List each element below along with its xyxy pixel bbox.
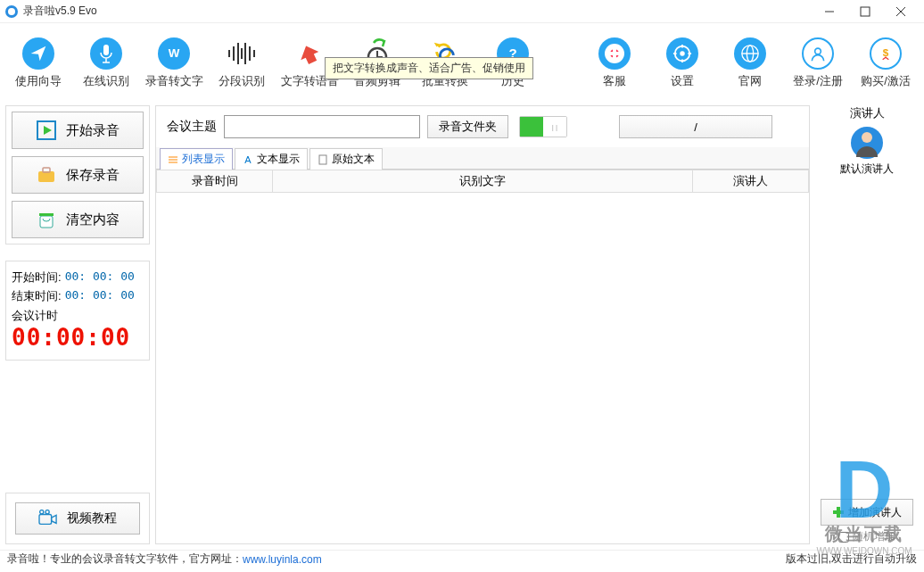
tab-label: 文本显示 [257,152,300,167]
toolbar-settings[interactable]: 设置 [653,37,712,89]
tab-text-view[interactable]: A 文本显示 [235,148,308,170]
tab-label: 列表显示 [182,152,225,167]
toolbar-website[interactable]: 官网 [721,37,780,89]
topic-label: 会议主题 [167,119,217,135]
speakers-header: 演讲人 [850,105,885,121]
toolbar-label: 分段识别 [219,73,265,89]
button-label: 开始录音 [66,122,120,139]
toolbar-label: 客服 [603,73,626,89]
svg-point-30 [815,48,821,54]
svg-rect-4 [103,45,109,55]
recording-folder-button[interactable]: 录音文件夹 [427,115,508,138]
toolbar-label: 登录/注册 [793,73,843,89]
toolbar-online-recognition[interactable]: 在线识别 [77,37,136,89]
column-recording-time[interactable]: 录音时间 [157,170,273,193]
start-time-label: 开始时间: [12,269,62,286]
avatar-icon [851,127,883,159]
timer-value: 00:00:00 [12,324,144,351]
app-icon [5,5,18,18]
path-display[interactable]: / [619,115,772,138]
default-speaker[interactable]: 默认演讲人 [836,127,898,177]
topic-input[interactable] [224,115,420,138]
button-label: 视频教程 [67,510,117,526]
svg-rect-44 [319,155,326,164]
list-icon [168,154,178,165]
tab-raw-text[interactable]: 原始文本 [309,148,383,170]
play-icon [36,120,57,141]
video-icon [38,510,58,527]
toolbar-service[interactable]: 客服 [585,37,644,89]
results-table: 录音时间 识别文字 演讲人 [156,170,809,193]
svg-point-38 [40,510,44,514]
end-time-value: 00: 00: 00 [65,288,135,304]
trash-icon [36,209,57,230]
toolbar-label: 使用向导 [15,73,62,89]
svg-rect-1 [861,7,870,16]
button-label: 清空内容 [66,211,120,228]
svg-text:W: W [169,46,180,60]
random-add-checkbox[interactable]: 随机增加 [838,529,895,544]
column-speaker[interactable]: 演讲人 [693,170,809,193]
doc-icon [318,154,328,165]
toolbar-label: 录音转文字 [145,73,203,89]
svg-rect-20 [613,45,616,62]
toolbar-label: 购买/激活 [861,73,911,89]
video-tutorial-button[interactable]: 视频教程 [15,502,140,535]
status-text: 录音啦！专业的会议录音转文字软件，官方网址： [7,551,243,567]
tab-label: 原始文本 [332,152,375,167]
start-recording-button[interactable]: 开始录音 [12,112,144,149]
svg-text:A: A [244,154,252,165]
window-title: 录音啦v5.9 Evo [23,4,97,19]
checkbox-label: 随机增加 [853,529,895,544]
briefcase-icon [36,164,57,186]
button-label: 增加演讲人 [848,505,902,520]
minimize-button[interactable] [812,1,847,22]
speaker-name: 默认演讲人 [840,162,894,177]
clear-content-button[interactable]: 清空内容 [12,201,144,238]
close-button[interactable] [883,1,919,22]
plus-icon [832,506,845,518]
toolbar-segment[interactable]: 分段识别 [212,37,271,89]
timer-label: 会议计时 [12,308,144,324]
maximize-button[interactable] [847,1,883,22]
toggle-switch[interactable]: | | [519,116,567,137]
save-recording-button[interactable]: 保存录音 [12,156,144,194]
add-speaker-button[interactable]: 增加演讲人 [821,499,913,526]
toolbar-label: 设置 [671,73,694,89]
svg-rect-46 [833,510,844,514]
toolbar-login[interactable]: 登录/注册 [788,37,847,89]
svg-rect-33 [38,171,54,182]
svg-rect-34 [43,168,50,172]
start-time-value: 00: 00: 00 [65,269,135,286]
toolbar-buy[interactable]: $ 购买/激活 [856,37,915,89]
random-checkbox-input[interactable] [838,532,849,543]
tooltip: 把文字转换成声音、适合广告、促销使用 [325,57,533,79]
toolbar-label: 官网 [738,73,762,89]
svg-point-39 [45,510,49,514]
tab-list-view[interactable]: 列表显示 [160,148,233,170]
toolbar-guide[interactable]: 使用向导 [9,37,68,89]
toolbar-label: 在线识别 [83,73,129,89]
column-recognized-text[interactable]: 识别文字 [273,170,693,193]
button-label: 保存录音 [66,167,120,184]
svg-rect-36 [39,213,54,216]
svg-point-22 [680,51,685,56]
status-version-warning[interactable]: 版本过旧,双击进行自动升级 [786,551,917,567]
end-time-label: 结束时间: [12,288,62,304]
status-url[interactable]: www.luyinla.com [243,553,322,566]
toolbar-rec-to-text[interactable]: W 录音转文字 [144,37,203,89]
text-icon: A [243,154,253,165]
svg-rect-37 [39,514,52,524]
svg-text:$: $ [883,46,889,58]
